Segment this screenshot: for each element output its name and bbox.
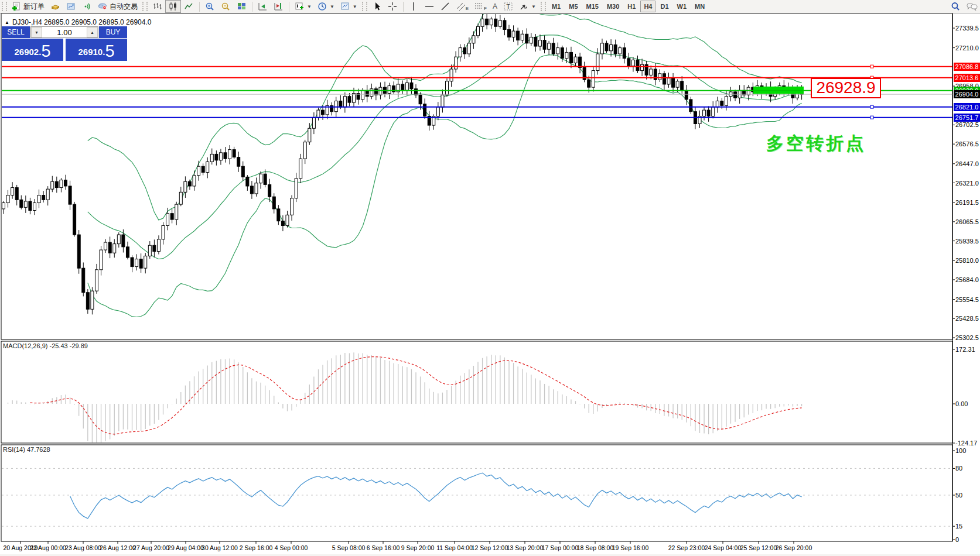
channel-letter: E [466, 6, 469, 11]
one-click-trade-panel: SELL ▼ ▲ BUY 26902.5 26910.5 [2, 26, 127, 61]
x-axis-date-label: 29 Aug 04:00 [168, 544, 204, 551]
shapes-dropdown[interactable]: ▼ [516, 0, 539, 13]
fibonacci-icon [474, 2, 484, 11]
volume-spinner: ▼ ▲ [30, 26, 98, 38]
toolbar-grip[interactable] [142, 2, 148, 11]
chat-icon[interactable] [967, 2, 976, 11]
new-order-button[interactable]: 新订单 [9, 0, 47, 13]
trendline-button[interactable] [438, 0, 453, 13]
trendline-icon [441, 2, 450, 11]
toolbar-grip[interactable] [541, 2, 546, 11]
y-axis-tick-label: 26321.0 [955, 180, 979, 187]
caret-down-icon: ▼ [353, 4, 357, 9]
sell-price-pips: 5 [41, 42, 50, 60]
caret-down-icon: ▼ [330, 4, 334, 9]
zoom-in-button[interactable] [202, 0, 218, 13]
zoom-in-icon [205, 2, 215, 11]
caret-down-icon: ▼ [307, 4, 312, 9]
tf-d1-button[interactable]: D1 [657, 1, 672, 12]
y-axis-tick-label: 172.31 [955, 346, 975, 353]
collapse-triangle-icon[interactable]: ▲ [5, 20, 9, 25]
main-toolbar: 新订单 自动交易 [0, 0, 980, 13]
new-chart-icon [295, 2, 305, 11]
tf-m30-button[interactable]: M30 [603, 1, 623, 12]
x-axis-date-label: 2 Sep 16:00 [240, 544, 273, 551]
text-button[interactable]: A [490, 0, 500, 13]
period-clock-dropdown[interactable]: ▼ [315, 0, 337, 13]
tf-h4-button[interactable]: H4 [640, 1, 655, 12]
y-axis-tick-label: 0 [955, 536, 959, 543]
vertical-line-button[interactable] [406, 0, 422, 13]
bar-chart-icon [152, 2, 162, 11]
depth-of-market-button[interactable] [47, 0, 63, 13]
search-icon[interactable] [951, 2, 961, 11]
bar-chart-type-button[interactable] [149, 0, 165, 13]
y-axis-tick-label: 25302.5 [955, 334, 979, 341]
y-axis-tick-label: 80 [955, 465, 962, 472]
tf-m15-button[interactable]: M15 [583, 1, 602, 12]
crosshair-icon [388, 2, 398, 11]
buy-price-display[interactable]: 26910.5 [66, 39, 127, 61]
volume-input[interactable] [42, 27, 87, 37]
templates-dropdown[interactable]: ▼ [337, 0, 360, 13]
buy-button[interactable]: BUY [99, 26, 127, 38]
crosshair-button[interactable] [385, 0, 401, 13]
x-axis-date-label: 24 Sep 04:00 [705, 544, 741, 551]
buy-price-pips: 5 [105, 42, 114, 60]
zoom-out-button[interactable] [218, 0, 234, 13]
rsi-header: RSI(14) 47.7628 [3, 446, 50, 453]
price-annotation-box[interactable]: 26928.9 [811, 78, 881, 98]
signal-waves-icon [82, 2, 92, 11]
cursor-button[interactable] [369, 0, 385, 13]
zoom-out-icon [221, 2, 231, 11]
shapes-arrow-icon [519, 2, 529, 11]
tile-windows-button[interactable] [234, 0, 250, 13]
text-tool-letter: A [493, 2, 497, 11]
gold-book-icon [50, 2, 60, 11]
sell-button[interactable]: SELL [2, 26, 30, 38]
tf-h1-button[interactable]: H1 [624, 1, 639, 12]
x-axis-date-label: 4 Sep 00:00 [275, 544, 308, 551]
fibo-letter: F [484, 6, 487, 11]
publish-chart-button[interactable] [63, 0, 79, 13]
tf-mn-button[interactable]: MN [691, 1, 708, 12]
y-axis-tick-label: 50 [955, 492, 962, 499]
volume-decrease-button[interactable]: ▼ [31, 27, 42, 37]
tf-w1-button[interactable]: W1 [674, 1, 691, 12]
template-chart-icon [340, 2, 350, 11]
y-axis-tick-label: 25684.0 [955, 276, 979, 283]
y-axis-tick-label: 27339.5 [955, 25, 979, 32]
chart-shift-button[interactable] [271, 0, 286, 13]
candlestick-type-button[interactable] [165, 0, 181, 13]
candlestick-icon [168, 2, 178, 11]
tf-m1-button[interactable]: M1 [548, 1, 564, 12]
buy-price-main: 26910 [78, 44, 103, 60]
y-axis-tick-label: 26447.0 [955, 160, 979, 167]
x-axis-date-label: 5 Sep 08:00 [332, 544, 366, 551]
toolbar-grip[interactable] [362, 2, 367, 11]
tile-windows-icon [237, 2, 247, 11]
y-axis-tick-label: 27210.0 [955, 44, 979, 52]
autotrading-button[interactable]: 自动交易 [95, 0, 141, 13]
sell-price-display[interactable]: 26902.5 [2, 39, 63, 61]
auto-scroll-button[interactable] [255, 0, 271, 13]
signals-button[interactable] [79, 0, 95, 13]
tf-m5-button[interactable]: M5 [565, 1, 581, 12]
mt-terminal-window: 新订单 自动交易 [0, 0, 980, 556]
vertical-line-icon [409, 2, 419, 11]
chart-window[interactable]: ▲ DJ30-,H4 26895.0 26905.0 26895.0 26904… [0, 13, 980, 556]
text-label-button[interactable]: T [500, 0, 516, 13]
clock-icon [317, 2, 327, 11]
toolbar-grip[interactable] [2, 2, 7, 11]
new-chart-dropdown[interactable]: ▼ [292, 0, 315, 13]
y-axis-tick-label: -124.17 [955, 440, 977, 447]
horizontal-line-icon [425, 2, 435, 11]
line-chart-type-button[interactable] [181, 0, 197, 13]
pivot-annotation-text[interactable]: 多空转折点 [766, 132, 866, 156]
chart-title-text: DJ30-,H4 26895.0 26905.0 26895.0 26904.0 [12, 18, 152, 26]
volume-increase-button[interactable]: ▲ [87, 27, 98, 37]
equidistant-channel-button[interactable]: E [453, 0, 472, 13]
fibonacci-button[interactable]: F [472, 0, 490, 13]
new-order-icon [12, 2, 22, 11]
horizontal-line-button[interactable] [422, 0, 438, 13]
